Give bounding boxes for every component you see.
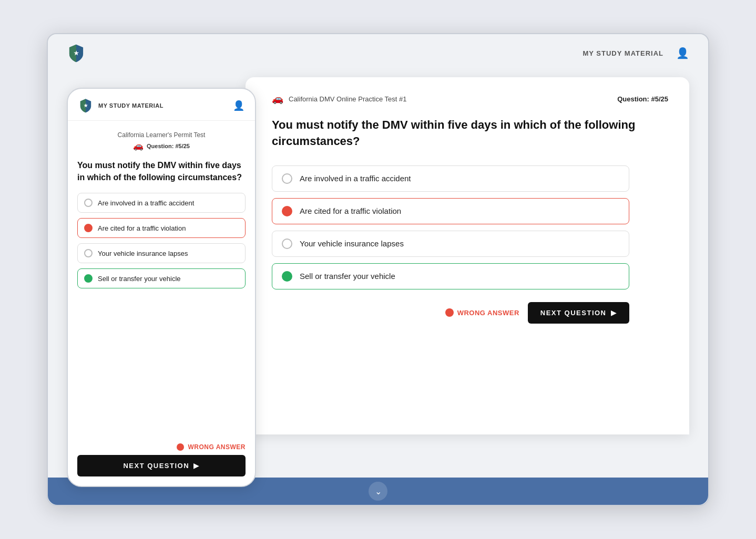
desktop-question-text: You must notify the DMV within five days…	[272, 117, 640, 150]
phone-answer-option-1[interactable]: Are involved in a traffic accident	[77, 193, 246, 213]
desktop-radio-dot-1	[282, 173, 292, 184]
desktop-next-question-button[interactable]: NEXT QUESTION ▶	[528, 302, 629, 324]
phone-brand-label: MY STUDY MATERIAL	[98, 102, 164, 109]
svg-text:★: ★	[74, 50, 79, 56]
scroll-indicator: ⌄	[369, 482, 387, 501]
desktop-quiz-name: California DMV Online Practice Test #1	[289, 95, 406, 103]
option-text-3: Your vehicle insurance lapses	[98, 250, 188, 257]
scroll-icon: ⌄	[375, 486, 382, 496]
phone-answer-option-3[interactable]: Your vehicle insurance lapses	[77, 243, 246, 263]
desktop-option-text-2: Are cited for a traffic violation	[300, 206, 401, 215]
phone-footer: WRONG ANSWER NEXT QUESTION ▶	[68, 437, 255, 486]
desktop-radio-dot-4	[282, 271, 292, 282]
app-logo-icon: ★	[67, 44, 86, 63]
desktop-footer: WRONG ANSWER NEXT QUESTION ▶	[272, 302, 629, 324]
phone-car-icon: 🚗	[133, 141, 144, 151]
desktop-next-btn-label: NEXT QUESTION	[540, 309, 607, 317]
phone-next-btn-label: NEXT QUESTION	[123, 462, 189, 470]
outer-user-icon[interactable]: 👤	[676, 47, 689, 59]
desktop-quiz-brand: 🚗 California DMV Online Practice Test #1	[272, 93, 406, 105]
desktop-answer-option-3[interactable]: Your vehicle insurance lapses	[272, 231, 629, 257]
outer-topbar: ★ MY STUDY MATERIAL 👤	[48, 34, 708, 72]
outer-nav-label: MY STUDY MATERIAL	[583, 49, 663, 57]
phone-next-arrow-icon: ▶	[193, 462, 200, 470]
radio-dot-1	[84, 199, 93, 207]
desktop-answer-option-1[interactable]: Are involved in a traffic accident	[272, 165, 629, 192]
svg-text:★: ★	[84, 103, 88, 108]
phone-quiz-title: California Learner's Permit Test	[77, 131, 246, 139]
option-text-2: Are cited for a traffic violation	[98, 224, 186, 232]
desktop-radio-dot-3	[282, 239, 292, 249]
desktop-car-icon: 🚗	[272, 93, 283, 105]
option-text-4: Sell or transfer your vehicle	[98, 275, 181, 283]
phone-quiz-header: California Learner's Permit Test 🚗 Quest…	[77, 131, 246, 151]
phone-next-question-button[interactable]: NEXT QUESTION ▶	[77, 455, 246, 476]
phone-question-text: You must notify the DMV within five days…	[77, 159, 246, 183]
phone-body: California Learner's Permit Test 🚗 Quest…	[68, 121, 255, 437]
phone-answer-option-2[interactable]: Are cited for a traffic violation	[77, 218, 246, 238]
desktop-panel-header: 🚗 California DMV Online Practice Test #1…	[272, 93, 668, 105]
option-text-1: Are involved in a traffic accident	[98, 199, 194, 207]
outer-content: ★ MY STUDY MATERIAL 👤 California Learner…	[48, 72, 708, 478]
desktop-option-text-1: Are involved in a traffic accident	[300, 174, 411, 183]
radio-dot-3	[84, 249, 93, 257]
phone-wrong-dot	[177, 443, 184, 451]
phone-logo-wrap: ★ MY STUDY MATERIAL	[78, 98, 164, 113]
phone-answer-option-4[interactable]: Sell or transfer your vehicle	[77, 268, 246, 288]
desktop-wrong-row: WRONG ANSWER	[445, 308, 519, 317]
phone-user-icon[interactable]: 👤	[233, 100, 244, 111]
desktop-option-text-4: Sell or transfer your vehicle	[300, 272, 395, 281]
phone-logo-icon: ★	[78, 98, 93, 113]
desktop-option-text-3: Your vehicle insurance lapses	[300, 239, 404, 248]
outer-nav: MY STUDY MATERIAL 👤	[583, 47, 689, 59]
desktop-radio-dot-2	[282, 206, 292, 216]
phone-wrong-label: WRONG ANSWER	[188, 443, 246, 451]
desktop-answer-option-4[interactable]: Sell or transfer your vehicle	[272, 263, 629, 289]
radio-dot-4	[84, 274, 93, 283]
desktop-quiz-panel: 🚗 California DMV Online Practice Test #1…	[246, 77, 689, 434]
radio-dot-2	[84, 224, 93, 232]
desktop-wrong-label: WRONG ANSWER	[457, 309, 519, 317]
desktop-wrong-dot	[445, 308, 454, 317]
desktop-question-num: Question: #5/25	[617, 95, 668, 103]
desktop-answer-option-2[interactable]: Are cited for a traffic violation	[272, 198, 629, 224]
phone-quiz-sub: 🚗 Question: #5/25	[77, 141, 246, 151]
phone-mockup: ★ MY STUDY MATERIAL 👤 California Learner…	[67, 88, 256, 487]
outer-device: ★ MY STUDY MATERIAL 👤 ★ MY STUDY MATERIA…	[47, 33, 709, 506]
desktop-next-arrow-icon: ▶	[611, 309, 617, 317]
phone-question-num: Question: #5/25	[147, 143, 190, 149]
phone-wrong-answer-row: WRONG ANSWER	[77, 443, 246, 451]
phone-header: ★ MY STUDY MATERIAL 👤	[68, 89, 255, 121]
